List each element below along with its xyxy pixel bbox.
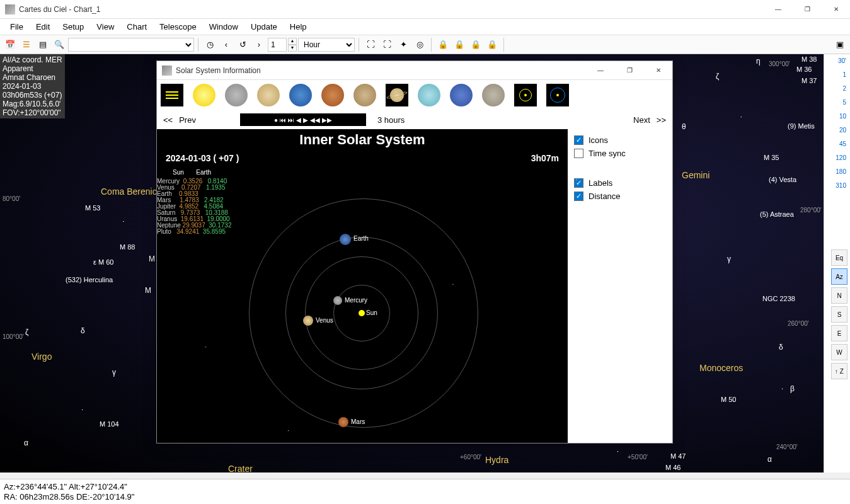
title-bar: Cartes du Ciel - Chart_1 — ❐ ✕ (0, 0, 850, 19)
label-delta-l: δ (81, 326, 85, 335)
time-now-icon[interactable]: ◷ (202, 37, 217, 52)
target-icon[interactable]: ◎ (412, 37, 427, 52)
time-back-icon[interactable]: ‹ (219, 37, 234, 52)
option-icons[interactable]: ✓Icons (574, 135, 666, 145)
north-button[interactable]: N (831, 287, 847, 304)
zenith-button[interactable]: ↑ Z (831, 363, 847, 379)
label-vesta: (4) Vesta (769, 176, 796, 183)
option-labels[interactable]: ✓Labels (574, 178, 666, 188)
fast-back-icon[interactable]: ◀◀ (310, 117, 320, 123)
checkbox-icon[interactable]: ✓ (574, 178, 583, 188)
menu-setup[interactable]: Setup (56, 20, 90, 34)
skip-back-icon[interactable]: ⏮ (280, 117, 286, 123)
record-icon[interactable]: ● (274, 117, 278, 123)
east-button[interactable]: E (831, 325, 847, 341)
outer-system-view-icon[interactable] (546, 84, 569, 106)
uranus-button[interactable] (418, 84, 440, 106)
ssi-maximize-button[interactable]: ❐ (621, 64, 638, 77)
scale-item[interactable]: 10 (824, 110, 850, 123)
scale-item[interactable]: 180 (824, 165, 850, 179)
scale-item[interactable]: 5 (824, 96, 850, 110)
menu-edit[interactable]: Edit (30, 20, 56, 34)
skip-forward-icon[interactable]: ⏭ (288, 117, 294, 123)
scale-item[interactable]: 310 (824, 179, 850, 193)
prev-fast-button[interactable]: << (163, 115, 173, 125)
next-button[interactable]: Next (633, 115, 650, 125)
label-m46: M 46 (665, 464, 681, 471)
checkbox-icon[interactable]: ✓ (574, 149, 583, 158)
scale-item[interactable]: 1 (824, 68, 850, 82)
inner-solar-system-view[interactable]: Inner Solar System 2024-01-03 ( +07 ) 3h… (157, 129, 568, 443)
window-title: Cartes du Ciel - Chart_1 (19, 5, 769, 14)
inner-system-icon[interactable] (161, 84, 183, 106)
next-fast-button[interactable]: >> (657, 115, 666, 125)
earth-button[interactable] (289, 84, 312, 106)
time-step-input[interactable] (268, 38, 287, 52)
calendar-icon[interactable]: 📅 (3, 37, 18, 52)
sparkle-icon[interactable]: ✦ (396, 37, 411, 52)
lock-icon[interactable]: 🔒 (468, 37, 483, 52)
lock-red-icon[interactable]: 🔒 (435, 37, 451, 52)
mars-button[interactable] (321, 84, 344, 106)
jupiter-button[interactable] (353, 84, 376, 106)
orbit-mars (249, 198, 478, 428)
time-reset-icon[interactable]: ↺ (235, 37, 250, 52)
menu-chart[interactable]: Chart (120, 20, 153, 34)
minimize-button[interactable]: — (769, 3, 787, 16)
close-button[interactable]: ✕ (827, 3, 845, 16)
menu-update[interactable]: Update (244, 20, 284, 34)
option-distance[interactable]: ✓Distance (574, 192, 666, 201)
orbit-venus (305, 256, 418, 370)
azimuthal-button[interactable]: Az (831, 268, 847, 285)
menu-file[interactable]: File (4, 20, 30, 34)
prev-button[interactable]: Prev (179, 115, 196, 125)
status-fov: FOV:+120°00'00" (3, 108, 62, 117)
lock-blue-icon[interactable]: 🔒 (452, 37, 467, 52)
zoom-box-icon[interactable]: ⛶ (363, 37, 378, 52)
south-button[interactable]: S (831, 306, 847, 323)
venus-body (303, 316, 313, 326)
scale-item[interactable]: 20 (824, 123, 850, 137)
separator (359, 38, 359, 52)
status-bar: Az:+236°44'45.1" Alt:+27°10'24.4" RA: 06… (0, 479, 850, 504)
menu-telescope[interactable]: Telescope (153, 20, 203, 34)
option-timesync[interactable]: ✓Time sync (574, 149, 666, 158)
time-forward-icon[interactable]: › (251, 37, 267, 52)
venus-button[interactable] (257, 84, 280, 106)
direction-buttons: N S E W ↑ Z (831, 287, 847, 379)
zoom-out-box-icon[interactable]: ⛶ (379, 37, 394, 52)
notes-icon[interactable]: ▤ (35, 37, 50, 52)
neptune-button[interactable] (450, 84, 473, 106)
checkbox-icon[interactable]: ✓ (574, 192, 583, 201)
menu-window[interactable]: Window (203, 20, 244, 34)
scale-item[interactable]: 120 (824, 151, 850, 165)
star-chart[interactable]: Al/Az coord. MER Apparent Amnat Charoen … (0, 54, 824, 472)
ssi-close-button[interactable]: ✕ (650, 64, 667, 77)
object-search-input[interactable] (68, 38, 194, 52)
solar-system-view-icon[interactable] (514, 84, 537, 106)
ssi-minimize-button[interactable]: — (592, 64, 609, 77)
pluto-button[interactable] (482, 84, 505, 106)
scale-item[interactable]: 2 (824, 82, 850, 96)
fast-forward-icon[interactable]: ▶▶ (322, 117, 332, 123)
scale-item[interactable]: 30' (824, 54, 850, 68)
search-icon[interactable]: 🔍 (52, 37, 67, 52)
checkbox-icon[interactable]: ✓ (574, 135, 583, 145)
menu-view[interactable]: View (90, 20, 120, 34)
time-step-spinner[interactable]: ▲▼ (288, 38, 297, 52)
step-forward-icon[interactable]: ▶ (303, 117, 308, 123)
step-back-icon[interactable]: ◀ (296, 117, 301, 123)
equatorial-button[interactable]: Eq (831, 249, 847, 266)
time-unit-select[interactable]: Hour (298, 38, 355, 52)
saturn-button[interactable] (386, 84, 408, 106)
list-icon[interactable]: ☰ (19, 37, 34, 52)
maximize-button[interactable]: ❐ (798, 3, 816, 16)
panel-toggle-icon[interactable]: ▣ (832, 37, 847, 52)
west-button[interactable]: W (831, 344, 847, 360)
menu-help[interactable]: Help (284, 20, 313, 34)
mercury-button[interactable] (225, 84, 248, 106)
scale-item[interactable]: 45 (824, 137, 850, 151)
lock-off-icon[interactable]: 🔒 (485, 37, 500, 52)
sun-button[interactable] (193, 84, 215, 106)
step-label: 3 hours (377, 115, 405, 125)
